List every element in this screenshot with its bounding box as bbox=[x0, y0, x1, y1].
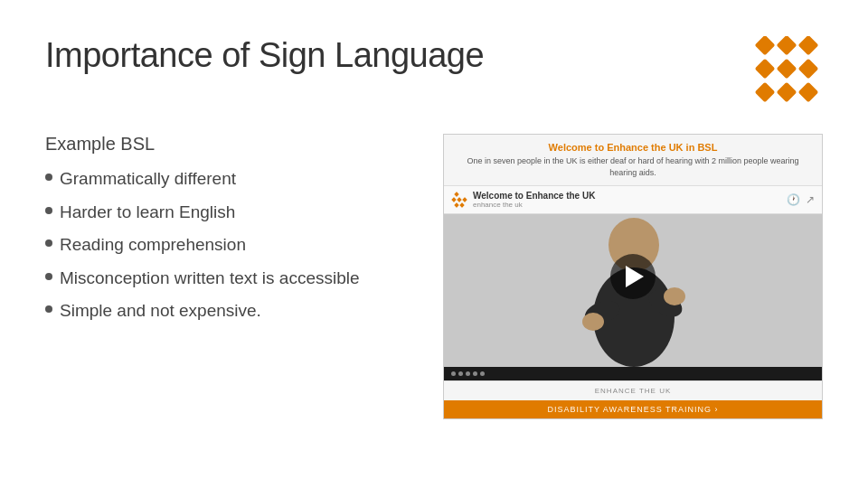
play-button[interactable] bbox=[610, 254, 656, 299]
svg-rect-10 bbox=[451, 197, 457, 202]
page-title: Importance of Sign Language bbox=[45, 36, 484, 75]
bullet-text: Harder to learn English bbox=[60, 201, 235, 225]
time-dot bbox=[466, 371, 470, 376]
video-inner-bar: Welcome to Enhance the UK enhance the uk… bbox=[444, 186, 822, 214]
play-triangle-icon bbox=[626, 266, 644, 287]
logo-icon bbox=[750, 36, 823, 108]
video-inner-logo bbox=[451, 192, 467, 208]
slide: Importance of Sign Language Example BSL bbox=[0, 0, 868, 488]
list-item: Simple and not expensive. bbox=[45, 299, 407, 324]
video-cta-text: DISABILITY AWARENESS TRAINING › bbox=[453, 405, 813, 414]
bullet-dot bbox=[45, 273, 52, 280]
small-logo-icon bbox=[451, 192, 467, 208]
video-bottom-text: enhance the uk bbox=[453, 387, 813, 395]
list-item: Grammatically different bbox=[45, 167, 407, 192]
svg-rect-8 bbox=[798, 36, 819, 55]
svg-rect-12 bbox=[462, 197, 467, 202]
video-top-bar: Welcome to Enhance the UK in BSL One in … bbox=[444, 135, 822, 186]
svg-rect-0 bbox=[777, 36, 797, 55]
list-item: Reading comprehension bbox=[45, 233, 407, 258]
bullet-dot bbox=[45, 174, 52, 181]
svg-rect-6 bbox=[798, 82, 819, 103]
bullet-text: Reading comprehension bbox=[60, 233, 246, 258]
time-dot bbox=[451, 371, 456, 376]
svg-rect-11 bbox=[457, 197, 462, 202]
clock-icon: 🕐 bbox=[787, 193, 800, 206]
video-top-title: Welcome to Enhance the UK in BSL bbox=[453, 142, 813, 153]
svg-point-20 bbox=[582, 313, 604, 331]
bullet-dot bbox=[45, 305, 52, 313]
svg-rect-14 bbox=[459, 202, 465, 208]
time-dot bbox=[480, 371, 485, 376]
svg-rect-3 bbox=[798, 59, 819, 80]
right-panel: Welcome to Enhance the UK in BSL One in … bbox=[443, 134, 823, 461]
svg-rect-2 bbox=[777, 59, 797, 80]
bullet-list: Grammatically different Harder to learn … bbox=[45, 167, 407, 324]
list-item: Harder to learn English bbox=[45, 201, 407, 225]
content-area: Example BSL Grammatically different Hard… bbox=[45, 134, 823, 461]
svg-point-21 bbox=[664, 287, 685, 305]
list-item: Misconception written text is accessible bbox=[45, 267, 407, 291]
bullet-text: Simple and not expensive. bbox=[60, 299, 261, 324]
bullet-dot bbox=[45, 207, 52, 214]
video-bottom-section: enhance the uk bbox=[444, 380, 822, 400]
example-label: Example BSL bbox=[45, 134, 407, 155]
svg-rect-9 bbox=[454, 192, 459, 197]
video-inner-subtitle: enhance the uk bbox=[473, 201, 595, 209]
video-inner-controls: 🕐 ↗ bbox=[787, 193, 815, 206]
video-controls-bar bbox=[444, 367, 822, 380]
time-dot bbox=[473, 371, 477, 376]
time-dots bbox=[451, 371, 485, 376]
share-icon: ↗ bbox=[806, 193, 815, 206]
svg-rect-13 bbox=[454, 202, 459, 208]
video-player-area[interactable]: Welcome to Enhance the UK enhance the uk… bbox=[444, 186, 822, 367]
svg-rect-7 bbox=[755, 36, 776, 55]
bullet-dot bbox=[45, 239, 52, 247]
bullet-text: Misconception written text is accessible bbox=[60, 267, 360, 291]
svg-rect-5 bbox=[777, 82, 797, 103]
video-top-text: One in seven people in the UK is either … bbox=[453, 155, 813, 178]
video-cta-bar[interactable]: DISABILITY AWARENESS TRAINING › bbox=[444, 400, 822, 418]
svg-rect-1 bbox=[755, 59, 776, 80]
video-channel-info: Welcome to Enhance the UK enhance the uk bbox=[473, 191, 595, 209]
time-dot bbox=[458, 371, 463, 376]
header: Importance of Sign Language bbox=[45, 36, 823, 108]
video-inner-title: Welcome to Enhance the UK bbox=[473, 191, 595, 201]
video-container[interactable]: Welcome to Enhance the UK in BSL One in … bbox=[443, 134, 823, 419]
bullet-text: Grammatically different bbox=[60, 167, 236, 192]
left-panel: Example BSL Grammatically different Hard… bbox=[45, 134, 407, 461]
svg-rect-4 bbox=[755, 82, 776, 103]
